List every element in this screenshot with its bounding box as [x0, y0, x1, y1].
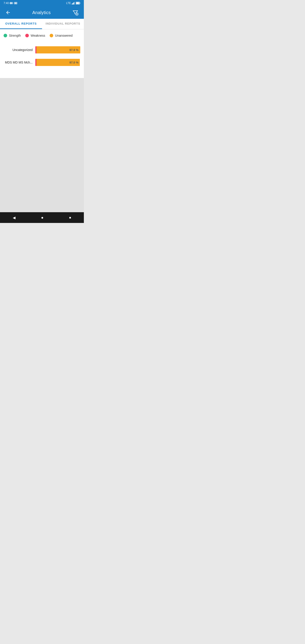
lte-label: LTE	[66, 2, 71, 5]
tabs-container: OVERALL REPORTS INDIVIDUAL REPORTS	[0, 19, 84, 29]
content-area: Strength Weakness Unanswered Uncategoriz…	[0, 29, 84, 78]
chart-label-uncategorized: Uncategorized	[4, 48, 33, 52]
weakness-dot	[25, 34, 29, 37]
status-icon-1	[10, 2, 13, 4]
tab-overall-reports[interactable]: OVERALL REPORTS	[0, 19, 42, 29]
svg-rect-10	[76, 2, 79, 4]
status-left: 7:40	[4, 2, 17, 5]
status-time: 7:40	[4, 2, 9, 5]
svg-rect-9	[80, 3, 80, 4]
battery-icon	[76, 2, 80, 4]
chart-section: Uncategorized 97.9 % MDS MD MS Mch... 97…	[4, 44, 80, 74]
unanswered-label: Unanswered	[55, 34, 73, 37]
status-bar: 7:40 LTE	[0, 0, 84, 6]
legend-item-unanswered: Unanswered	[50, 34, 73, 37]
signal-icon	[72, 2, 75, 4]
strength-dot	[4, 34, 7, 37]
svg-rect-3	[15, 3, 16, 4]
chart-row-uncategorized: Uncategorized 97.9 %	[4, 46, 80, 54]
svg-rect-5	[73, 3, 73, 4]
chart-label-mds: MDS MD MS Mch...	[4, 60, 33, 64]
svg-rect-4	[72, 4, 72, 4]
legend-item-strength: Strength	[4, 34, 21, 37]
empty-gray-area	[0, 78, 84, 212]
app-bar: Analytics	[0, 6, 84, 19]
svg-rect-7	[74, 2, 75, 4]
svg-point-1	[11, 2, 13, 4]
nav-back-button[interactable]: ◀	[8, 214, 20, 222]
chart-row-mds: MDS MD MS Mch... 97.0 %	[4, 59, 80, 66]
back-button[interactable]	[4, 8, 12, 17]
tab-individual-reports[interactable]: INDIVIDUAL REPORTS	[42, 19, 84, 29]
nav-bar: ◀ ● ■	[0, 212, 84, 223]
legend: Strength Weakness Unanswered	[4, 34, 80, 37]
page-title: Analytics	[32, 10, 51, 15]
nav-home-button[interactable]: ●	[37, 214, 48, 222]
weakness-label: Weakness	[31, 34, 45, 37]
filter-add-button[interactable]	[70, 8, 80, 18]
bar-value-uncategorized: 97.9 %	[70, 48, 78, 52]
status-right: LTE	[66, 2, 80, 5]
strength-label: Strength	[9, 34, 21, 37]
bar-mds: 97.0 %	[35, 59, 80, 66]
status-icon-2	[14, 2, 17, 4]
nav-recents-button[interactable]: ■	[64, 214, 75, 221]
legend-item-weakness: Weakness	[25, 34, 45, 37]
svg-rect-6	[74, 2, 74, 4]
bar-value-mds: 97.0 %	[70, 61, 78, 64]
bar-uncategorized: 97.9 %	[35, 46, 80, 54]
unanswered-dot	[50, 34, 53, 37]
